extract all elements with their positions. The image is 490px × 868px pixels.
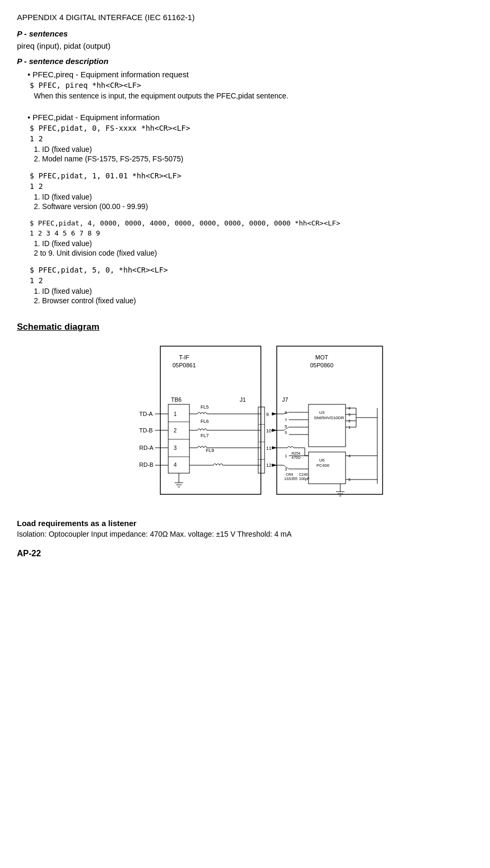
svg-text:RD-B: RD-B xyxy=(139,462,153,468)
svg-text:12: 12 xyxy=(266,463,271,468)
svg-text:05P0860: 05P0860 xyxy=(310,362,333,368)
svg-text:1SS355: 1SS355 xyxy=(284,477,297,481)
svg-text:1: 1 xyxy=(285,454,287,458)
bullet1-desc: When this sentence is input, the equipme… xyxy=(34,92,473,100)
svg-text:1: 1 xyxy=(174,411,177,417)
svg-rect-0 xyxy=(160,346,261,494)
svg-rect-79 xyxy=(308,452,346,484)
svg-text:10: 10 xyxy=(266,428,271,433)
p-desc-header: P - sentence description xyxy=(17,57,473,66)
svg-rect-57 xyxy=(308,404,346,447)
bullet2-code1-nums: 1 2 xyxy=(30,134,473,143)
bullet2-code2-nums: 1 2 xyxy=(30,182,473,191)
bullet1-header: • PFEC,pireq - Equipment information req… xyxy=(28,70,473,79)
bullet2-header: • PFEC,pidat - Equipment information xyxy=(28,113,473,122)
svg-text:05P0861: 05P0861 xyxy=(173,362,196,368)
svg-text:TD-A: TD-A xyxy=(139,411,153,417)
svg-text:6: 6 xyxy=(285,424,287,429)
svg-text:C240: C240 xyxy=(299,473,308,476)
svg-text:TB6: TB6 xyxy=(171,396,182,403)
bullet2c-item1: 1. ID (fixed value) xyxy=(34,239,473,248)
bullet2b-item2: 2. Software version (00.00 - 99.99) xyxy=(34,202,473,211)
page-title: APPENDIX 4 DIGITAL INTERFACE (IEC 61162-… xyxy=(17,13,473,22)
svg-rect-9 xyxy=(168,404,189,473)
svg-text:100pF: 100pF xyxy=(299,477,310,481)
svg-text:FL5: FL5 xyxy=(201,404,209,410)
svg-text:FL9: FL9 xyxy=(206,448,214,453)
svg-text:PC400: PC400 xyxy=(316,463,330,468)
svg-text:U3: U3 xyxy=(319,410,325,415)
svg-text:4: 4 xyxy=(174,462,177,468)
bullet2-code4: $ PFEC,pidat, 5, 0, *hh<CR><LF> xyxy=(30,266,473,274)
svg-text:11: 11 xyxy=(266,446,271,451)
svg-text:FL7: FL7 xyxy=(201,433,209,438)
svg-text:8: 8 xyxy=(285,410,287,415)
bullet2-item1: 1. ID (fixed value) xyxy=(34,145,473,153)
svg-text:R254: R254 xyxy=(292,451,301,455)
svg-text:SN65HVD10DR: SN65HVD10DR xyxy=(314,415,344,420)
bullet2b-item1: 1. ID (fixed value) xyxy=(34,193,473,201)
svg-text:470Ω: 470Ω xyxy=(292,456,301,459)
p-sentences-header: P - sentences xyxy=(17,29,473,38)
bullet2c-item2: 2 to 9. Unit division code (fixed value) xyxy=(34,249,473,257)
page-number: AP-22 xyxy=(17,549,473,558)
svg-text:T-IF: T-IF xyxy=(179,354,189,360)
svg-text:J1: J1 xyxy=(240,396,246,403)
load-req-label: Load requirements as a listener xyxy=(17,519,473,528)
svg-text:2: 2 xyxy=(174,428,177,433)
svg-rect-41 xyxy=(258,407,265,473)
svg-text:9: 9 xyxy=(266,412,269,417)
svg-text:7: 7 xyxy=(285,418,287,422)
svg-text:RD-A: RD-A xyxy=(139,445,154,451)
svg-text:MOT: MOT xyxy=(315,354,329,360)
bullet2d-item1: 1. ID (fixed value) xyxy=(34,287,473,295)
svg-marker-54 xyxy=(272,429,277,432)
svg-text:CR4: CR4 xyxy=(286,473,293,476)
svg-marker-56 xyxy=(272,464,277,467)
svg-text:3: 3 xyxy=(174,445,177,451)
bullet2-code4-nums: 1 2 xyxy=(30,276,473,285)
bullet2d-item2: 2. Browser control (fixed value) xyxy=(34,296,473,305)
bullet2-code1: $ PFEC,pidat, 0, FS-xxxx *hh<CR><LF> xyxy=(30,124,473,132)
bullet2-code2: $ PFEC,pidat, 1, 01.01 *hh<CR><LF> xyxy=(30,171,473,180)
p-sentences-body: pireq (input), pidat (output) xyxy=(17,41,473,50)
bullet2-code3: $ PFEC,pidat, 4, 0000, 0000, 4000, 0000,… xyxy=(30,219,473,227)
svg-text:FL6: FL6 xyxy=(201,419,209,424)
schematic-title: Schematic diagram xyxy=(17,322,473,332)
load-details: Isolation: Optocoupler Input impedance: … xyxy=(17,530,473,538)
bullet1-code: $ PFEC, pireq *hh<CR><LF> xyxy=(30,81,473,89)
bullet2-item2: 2. Model name (FS-1575, FS-2575, FS-5075… xyxy=(34,155,473,163)
svg-text:TD-B: TD-B xyxy=(139,427,153,433)
svg-text:5: 5 xyxy=(285,430,287,435)
schematic-diagram: T-IF 05P0861 MOT 05P0860 TB6 J1 J7 1 2 3… xyxy=(17,341,473,510)
bullet2-code3-nums: 1 2 3 4 5 6 7 8 9 xyxy=(30,229,473,237)
svg-marker-55 xyxy=(272,446,277,449)
svg-text:J7: J7 xyxy=(282,396,288,403)
svg-text:U6: U6 xyxy=(319,458,325,463)
svg-marker-53 xyxy=(272,412,277,415)
svg-rect-3 xyxy=(277,346,383,494)
